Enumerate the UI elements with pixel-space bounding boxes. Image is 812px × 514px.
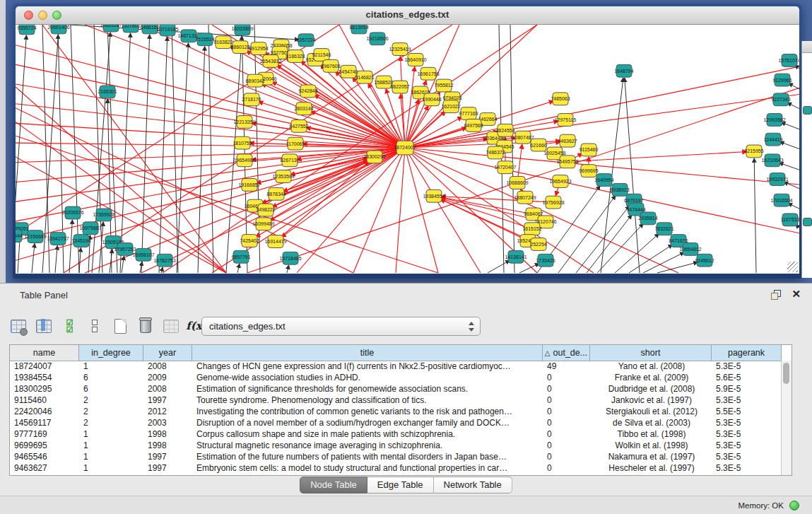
table-cell[interactable]: 1 xyxy=(79,428,143,440)
table-cell[interactable]: 1998 xyxy=(143,428,192,440)
column-header-title[interactable]: title xyxy=(192,345,543,361)
network-canvas[interactable]: 9355724206914061065328713276026466160107… xyxy=(16,25,799,274)
table-cell[interactable]: Embryonic stem cells: a model to study s… xyxy=(192,462,543,474)
citation-edge[interactable] xyxy=(120,33,131,273)
table-cell[interactable]: 6 xyxy=(79,372,143,383)
table-cell[interactable]: Tourette syndrome. Phenomenology and cla… xyxy=(192,395,543,406)
table-cell[interactable]: 5.6E-5 xyxy=(712,372,782,383)
citation-edge[interactable] xyxy=(208,25,213,273)
close-panel-icon[interactable]: ✕ xyxy=(792,288,801,300)
table-cell[interactable]: 0 xyxy=(543,451,590,462)
table-cell[interactable]: 9465546 xyxy=(10,451,79,462)
table-cell[interactable]: 22420046 xyxy=(10,406,79,417)
table-cell[interactable]: 0 xyxy=(543,417,590,428)
table-cell[interactable]: Jankovic et al. (1997) xyxy=(590,395,712,406)
citation-edge[interactable] xyxy=(163,25,537,273)
table-cell[interactable]: Disruption of a novel member of a sodium… xyxy=(192,417,543,428)
table-row[interactable]: 1938455462009Genome-wide association stu… xyxy=(10,372,782,383)
table-cell[interactable]: Tibbo et al. (1998) xyxy=(590,428,712,440)
column-header-year[interactable]: year xyxy=(143,345,192,361)
citation-edge[interactable] xyxy=(787,103,799,110)
column-header-name[interactable]: name xyxy=(10,345,79,361)
citation-edge[interactable] xyxy=(79,247,81,273)
table-select-dropdown[interactable]: citations_edges.txt xyxy=(201,317,481,336)
table-cell[interactable]: 0 xyxy=(543,383,590,395)
table-cell[interactable]: 2008 xyxy=(143,383,192,395)
table-cell[interactable]: 2 xyxy=(79,406,143,417)
table-cell[interactable]: Wolkin et al. (1998) xyxy=(590,440,712,451)
table-row[interactable]: 1872400712008Changes of HCN gene express… xyxy=(10,361,782,372)
table-cell[interactable]: 1997 xyxy=(143,395,192,406)
table-cell[interactable]: 18724007 xyxy=(10,361,79,372)
citation-edge[interactable] xyxy=(779,142,799,150)
table-cell[interactable]: Franke et al. (2009) xyxy=(590,372,712,383)
citation-edge[interactable] xyxy=(55,245,57,273)
table-row[interactable]: 969969511998Structural magnetic resonanc… xyxy=(10,440,782,451)
citation-edge[interactable] xyxy=(597,223,643,273)
citation-edge[interactable] xyxy=(779,163,799,171)
table-cell[interactable]: 2003 xyxy=(143,417,192,428)
table-cell[interactable]: 9777169 xyxy=(10,428,79,440)
citation-edge[interactable] xyxy=(754,158,756,273)
table-cell[interactable]: 1 xyxy=(79,361,143,372)
citation-edge[interactable] xyxy=(141,35,150,273)
table-cell[interactable]: Yano et al. (2008) xyxy=(590,361,712,372)
citation-edge[interactable] xyxy=(287,265,289,273)
float-panel-icon[interactable] xyxy=(771,290,781,299)
column-header-in_degree[interactable]: in_degree xyxy=(79,345,143,361)
citation-edge[interactable] xyxy=(161,267,163,273)
column-header-short[interactable]: short xyxy=(590,345,712,361)
citation-edge[interactable] xyxy=(405,148,481,273)
table-cell[interactable]: 1997 xyxy=(143,462,192,474)
table-cell[interactable]: 1998 xyxy=(143,440,192,451)
table-cell[interactable]: Stergiakouli et al. (2012) xyxy=(590,406,712,417)
create-column-icon[interactable] xyxy=(112,317,129,334)
citation-edge[interactable] xyxy=(784,182,799,189)
table-cell[interactable]: 5.5E-5 xyxy=(712,406,782,417)
table-cell[interactable]: 0 xyxy=(543,428,590,440)
citation-edge[interactable] xyxy=(488,260,510,273)
table-cell[interactable]: 5.3E-5 xyxy=(712,395,782,406)
table-cell[interactable]: 6 xyxy=(79,383,143,395)
table-cell[interactable]: Dudbridge et al. (2008) xyxy=(590,383,712,395)
table-row[interactable]: 911546021997Tourette syndrome. Phenomeno… xyxy=(10,395,782,406)
citation-edge[interactable] xyxy=(405,148,799,234)
delete-column-icon[interactable] xyxy=(137,317,154,334)
table-cell[interactable]: 19384554 xyxy=(10,372,79,383)
citation-edge[interactable] xyxy=(237,264,240,273)
citation-edge[interactable] xyxy=(781,122,799,130)
table-cell[interactable]: 2 xyxy=(79,395,143,406)
table-cell[interactable]: 2012 xyxy=(143,406,192,417)
citation-graph[interactable]: 9355724206914061065328713276026466160107… xyxy=(16,25,799,274)
table-cell[interactable]: 5.3E-5 xyxy=(712,440,782,451)
table-cell[interactable]: 2 xyxy=(79,417,143,428)
table-cell[interactable]: 1 xyxy=(79,462,143,474)
citation-edge[interactable] xyxy=(16,45,405,148)
tab-network-table[interactable]: Network Table xyxy=(434,477,512,493)
table-cell[interactable]: 18300295 xyxy=(10,383,79,395)
delete-table-icon[interactable] xyxy=(163,317,180,334)
table-cell[interactable]: 2009 xyxy=(143,372,192,383)
table-cell[interactable]: 5.3E-5 xyxy=(712,451,782,462)
table-cell[interactable]: 0 xyxy=(543,395,590,406)
table-cell[interactable]: Estimation of the future numbers of pati… xyxy=(192,451,543,462)
citation-edge[interactable] xyxy=(42,25,226,273)
table-cell[interactable]: Genome-wide association studies in ADHD. xyxy=(192,372,543,383)
table-cell[interactable]: Corpus callosum shape and size in male p… xyxy=(192,428,543,440)
table-cell[interactable]: Estimation of significance thresholds fo… xyxy=(192,383,543,395)
table-mode-icon[interactable] xyxy=(10,317,27,334)
table-row[interactable]: 1456911722003Disruption of a novel membe… xyxy=(10,417,782,428)
table-cell[interactable]: 0 xyxy=(543,462,590,474)
table-cell[interactable]: 1 xyxy=(79,451,143,462)
citation-edge[interactable] xyxy=(576,206,630,273)
citation-edge[interactable] xyxy=(629,245,673,273)
table-cell[interactable]: 49 xyxy=(543,361,590,372)
table-cell[interactable]: 5.3E-5 xyxy=(712,462,782,474)
table-cell[interactable]: 5.3E-5 xyxy=(712,361,782,372)
table-cell[interactable]: 5.9E-5 xyxy=(712,383,782,395)
table-cell[interactable]: 2008 xyxy=(143,361,192,372)
show-columns-icon[interactable] xyxy=(35,317,52,334)
tab-node-table[interactable]: Node Table xyxy=(300,477,367,493)
table-cell[interactable]: 0 xyxy=(543,406,590,417)
table-cell[interactable]: Nakamura et al. (1997) xyxy=(590,451,712,462)
